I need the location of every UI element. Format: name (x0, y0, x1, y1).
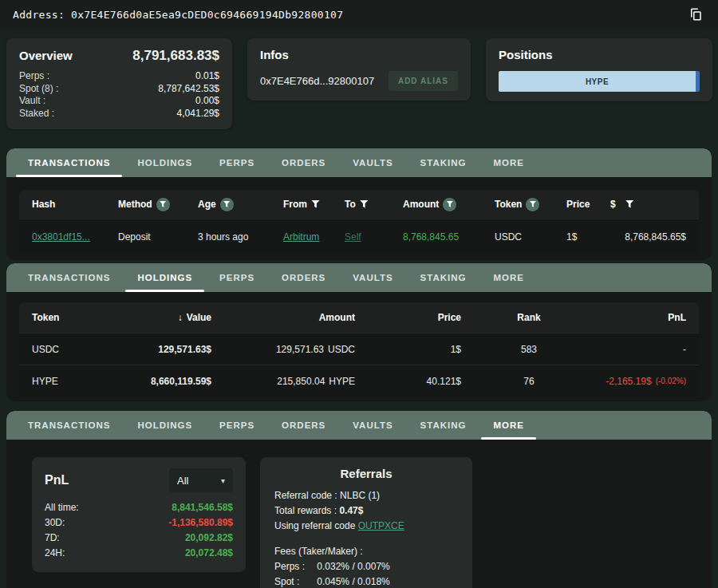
overview-value: 4,041.29$ (177, 108, 219, 120)
holding-pnl: -2,165.19$ (606, 376, 651, 387)
referral-code-value: NLBC (1) (340, 490, 380, 501)
overview-label: Perps : (19, 70, 49, 83)
using-code-link[interactable]: OUTPXCE (358, 520, 404, 531)
tab-vaults[interactable]: VAULTS (339, 263, 406, 292)
col-price-label: Price (566, 199, 590, 210)
tx-amount: 8,768,845.65 (403, 231, 459, 243)
tab-holdings[interactable]: HOLDINGS (124, 148, 206, 177)
holding-amount: 129,571.63 (276, 344, 324, 355)
col-token-label: Token (32, 312, 59, 323)
tab-staking[interactable]: STAKING (407, 411, 480, 440)
tab-more[interactable]: MORE (479, 263, 538, 292)
filter-from-icon[interactable] (311, 200, 320, 209)
tab-vaults[interactable]: VAULTS (339, 411, 406, 440)
filter-usd-icon[interactable] (625, 200, 634, 209)
pnl-label: 30D: (45, 515, 65, 531)
tx-to-link[interactable]: Self (345, 231, 361, 243)
col-method: Method (118, 198, 198, 211)
pnl-row-30d: 30D: -1,136,580.89$ (45, 515, 233, 531)
pnl-card: PnL All ▾ All time: 8,841,546.58$ 30D: -… (32, 457, 246, 572)
col-price-label: Price (438, 312, 461, 323)
referral-code-line: Referral code : NLBC (1) (274, 488, 458, 503)
positions-segment-end[interactable] (696, 71, 700, 92)
overview-row-vault: Vault : 0.00$ (19, 95, 219, 108)
tab-transactions[interactable]: TRANSACTIONS (14, 263, 124, 292)
pnl-value: -1,136,580.89$ (168, 515, 233, 531)
filter-age-icon[interactable] (220, 198, 234, 211)
pnl-row-24h: 24H: 20,072.48$ (45, 546, 233, 561)
transaction-row: 0x3801df15... Deposit 3 hours ago Arbitr… (19, 219, 699, 254)
tx-hash-link[interactable]: 0x3801df15... (32, 231, 90, 243)
tx-token: USDC (495, 231, 522, 243)
col-age: Age (198, 198, 283, 211)
add-alias-button[interactable]: ADD ALIAS (389, 71, 458, 91)
fees-perps-line: Perps : 0.032% / 0.007% (274, 559, 458, 574)
col-from-label: From (283, 199, 307, 210)
tab-orders[interactable]: ORDERS (268, 411, 339, 440)
tab-holdings[interactable]: HOLDINGS (124, 263, 206, 292)
tab-transactions[interactable]: TRANSACTIONS (14, 148, 124, 177)
filter-method-icon[interactable] (156, 198, 170, 211)
total-rewards-line: Total rewards : 0.47$ (274, 503, 458, 519)
overview-row-perps: Perps : 0.01$ (19, 70, 219, 83)
referrals-title: Referrals (274, 467, 458, 480)
tab-perps[interactable]: PERPS (206, 411, 268, 440)
sort-desc-icon[interactable]: ↓ (178, 312, 183, 323)
tab-staking[interactable]: STAKING (407, 148, 480, 177)
copy-address-button[interactable] (686, 5, 705, 24)
col-usd-label: $ (610, 199, 616, 210)
col-usd: $ (610, 199, 699, 210)
positions-card: Positions HYPE (486, 38, 712, 101)
col-hash: Hash (19, 199, 118, 210)
positions-segment-hype[interactable]: HYPE (499, 71, 696, 92)
tx-from-link[interactable]: Arbitrum (283, 231, 319, 243)
col-pnl: PnL (597, 312, 699, 323)
holdings-row-hype: HYPE 8,660,119.59$ 215,850.04 HYPE 40.12… (19, 365, 699, 397)
fees-spot-label: Spot : (274, 574, 314, 588)
filter-token-icon[interactable] (526, 198, 539, 211)
tab-more[interactable]: MORE (479, 148, 538, 177)
infos-card: Infos 0x7E4E766d...92800107 ADD ALIAS (247, 38, 471, 101)
overview-card: Overview 8,791,683.83$ Perps : 0.01$ Spo… (6, 38, 232, 129)
overview-value: 8,787,642.53$ (158, 83, 219, 96)
tab-holdings[interactable]: HOLDINGS (124, 411, 206, 440)
overview-label: Vault : (19, 95, 45, 108)
pnl-range-dropdown[interactable]: All ▾ (169, 468, 233, 492)
tx-usd-value: 8,768,845.65$ (625, 231, 686, 243)
tab-orders[interactable]: ORDERS (268, 263, 339, 292)
tab-more[interactable]: MORE (479, 411, 538, 440)
holding-pnl-percent: (-0.02%) (656, 377, 686, 385)
address-label: Address: (13, 9, 65, 21)
total-rewards-value: 0.47$ (339, 505, 363, 516)
holding-token: HYPE (32, 376, 58, 387)
overview-title: Overview (19, 49, 73, 62)
tab-transactions[interactable]: TRANSACTIONS (14, 411, 124, 440)
tab-perps[interactable]: PERPS (206, 148, 268, 177)
tab-perps[interactable]: PERPS (206, 263, 268, 292)
referrals-card: Referrals Referral code : NLBC (1) Total… (260, 457, 472, 588)
tab-orders[interactable]: ORDERS (268, 148, 339, 177)
fees-spot-value: 0.045% / 0.018% (317, 576, 389, 587)
tab-vaults[interactable]: VAULTS (339, 148, 406, 177)
fees-title: Fees (Taker/Maker) : (274, 544, 458, 559)
more-section: TRANSACTIONS HOLDINGS PERPS ORDERS VAULT… (6, 411, 712, 588)
overview-value: 0.01$ (195, 70, 219, 83)
tx-age: 3 hours ago (198, 231, 248, 243)
tab-bar-3: TRANSACTIONS HOLDINGS PERPS ORDERS VAULT… (6, 411, 712, 440)
col-value-label[interactable]: Value (187, 312, 211, 323)
pnl-value: 8,841,546.58$ (172, 500, 233, 515)
pnl-label: All time: (45, 500, 79, 515)
col-amount-label: Amount (319, 312, 355, 323)
col-rank: Rank (461, 312, 597, 323)
pnl-row-alltime: All time: 8,841,546.58$ (45, 500, 233, 515)
copy-icon (688, 7, 703, 22)
filter-to-icon[interactable] (360, 200, 369, 209)
col-price: Price (355, 312, 461, 323)
address-value: 0x7E4E766d0aE5ea9cDED0c694669194Db928001… (71, 9, 343, 21)
col-to-label: To (345, 199, 356, 210)
filter-amount-icon[interactable] (443, 198, 456, 211)
using-code-label: Using referral code (274, 520, 355, 531)
tab-staking[interactable]: STAKING (407, 263, 480, 292)
col-from: From (283, 199, 345, 210)
holding-value: 8,660,119.59$ (151, 376, 211, 387)
